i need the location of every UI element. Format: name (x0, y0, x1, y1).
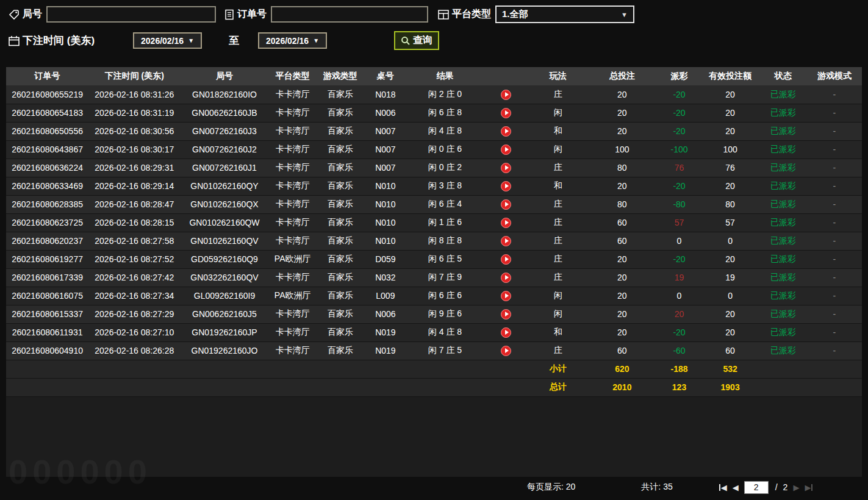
play-video-button[interactable] (501, 126, 511, 137)
play-icon (505, 312, 509, 316)
cell-order-no: 260216080604910 (6, 341, 88, 360)
cell-table-no: D059 (364, 250, 407, 268)
play-video-button[interactable] (501, 291, 511, 301)
cell-status: 已派彩 (759, 140, 807, 159)
cell-result: 闲 0 庄 6 (407, 140, 483, 159)
order-number-input[interactable] (271, 6, 428, 23)
cell-round-no: GN007262160J1 (180, 159, 268, 177)
play-icon (505, 147, 509, 152)
bet-time-label: 下注时间 (美东) (23, 34, 95, 48)
play-video-button[interactable] (501, 90, 511, 100)
table-row: 2602160806192772026-02-16 08:27:52GD0592… (6, 250, 862, 268)
platform-type-dropdown[interactable]: 1.全部 ▼ (495, 5, 634, 23)
cell-game-mode: - (807, 213, 862, 232)
next-page-button[interactable]: ▶ (793, 484, 799, 491)
last-page-icon: ▶ (805, 484, 811, 491)
play-video-button[interactable] (501, 346, 511, 356)
date-to-picker[interactable]: 2026/02/16 ▼ (258, 32, 327, 49)
col-header-game-mode: 游戏模式 (807, 67, 862, 85)
cell-round-no: GN007262160J2 (180, 140, 268, 159)
cell-result: 闲 0 庄 2 (407, 159, 483, 177)
cell-total-bet: 20 (587, 323, 657, 341)
cell-table-no: N019 (364, 341, 407, 360)
cell-order-no: 260216080616075 (6, 287, 88, 305)
cell-game-mode: - (807, 268, 862, 287)
cell-play-method: 庄 (529, 85, 587, 104)
date-from-picker[interactable]: 2026/02/16 ▼ (133, 32, 202, 49)
cell-game-type: 百家乐 (317, 213, 364, 232)
cell-game-mode: - (807, 250, 862, 268)
cell-status: 已派彩 (759, 305, 807, 323)
round-number-input[interactable] (46, 6, 216, 23)
cell-status: 已派彩 (759, 122, 807, 140)
play-icon (505, 165, 509, 170)
play-video-button[interactable] (501, 181, 511, 191)
cell-payout: -20 (657, 323, 701, 341)
first-page-button[interactable]: ◀ (719, 484, 727, 491)
subtotal-row: 小计 620 -188 532 (6, 360, 862, 378)
cell-table-no: N007 (364, 159, 407, 177)
play-icon (505, 129, 509, 134)
cell-game-type: 百家乐 (317, 250, 364, 268)
prev-page-button[interactable]: ◀ (733, 484, 739, 491)
play-video-button[interactable] (501, 145, 511, 155)
cell-result: 闲 6 庄 5 (407, 250, 483, 268)
cell-platform-type: 卡卡湾厅 (269, 268, 317, 287)
play-video-button[interactable] (501, 163, 511, 173)
play-video-button[interactable] (501, 254, 511, 265)
cell-status: 已派彩 (759, 232, 807, 250)
records-table: 订单号 下注时间 (美东) 局号 平台类型 游戏类型 桌号 结果 玩法 总投注 … (6, 67, 862, 397)
cell-play-method: 和 (529, 122, 587, 140)
cell-status: 已派彩 (759, 323, 807, 341)
cell-game-type: 百家乐 (317, 159, 364, 177)
query-button[interactable]: 查询 (394, 31, 439, 50)
cell-platform-type: 卡卡湾厅 (269, 159, 317, 177)
calendar-icon (9, 35, 20, 46)
cell-play-video (483, 177, 529, 195)
cell-play-method: 庄 (529, 213, 587, 232)
current-page-input[interactable]: 2 (744, 481, 769, 494)
order-number-label: 订单号 (237, 8, 267, 21)
cell-bet-time: 2026-02-16 08:28:47 (88, 195, 180, 213)
cell-order-no: 260216080655219 (6, 85, 88, 104)
cell-play-video (483, 305, 529, 323)
cell-game-mode: - (807, 305, 862, 323)
cell-table-no: N010 (364, 213, 407, 232)
cell-order-no: 260216080615337 (6, 305, 88, 323)
play-video-button[interactable] (501, 218, 511, 228)
next-page-icon: ▶ (793, 484, 799, 491)
cell-play-video (483, 323, 529, 341)
cell-total-bet: 20 (587, 268, 657, 287)
play-video-button[interactable] (501, 327, 511, 338)
play-video-button[interactable] (501, 108, 511, 118)
col-header-payout: 派彩 (657, 67, 701, 85)
cell-valid-bet: 80 (701, 195, 759, 213)
table-row: 2602160806438672026-02-16 08:30:17GN0072… (6, 140, 862, 159)
col-header-play-method: 玩法 (529, 67, 587, 85)
cell-result: 闲 4 庄 8 (407, 122, 483, 140)
cell-total-bet: 20 (587, 305, 657, 323)
cell-total-bet: 20 (587, 122, 657, 140)
filter-row-2: 下注时间 (美东) 2026/02/16 ▼ 至 2026/02/16 ▼ 查询 (0, 24, 868, 52)
cell-order-no: 260216080620237 (6, 232, 88, 250)
cell-result: 闲 9 庄 6 (407, 305, 483, 323)
cell-game-type: 百家乐 (317, 177, 364, 195)
play-video-button[interactable] (501, 236, 511, 246)
col-header-total-bet: 总投注 (587, 67, 657, 85)
table-footer: 每页显示: 20 共计: 35 ◀ ◀ 2 / 2 ▶ ▶ (0, 477, 868, 498)
last-page-button[interactable]: ▶ (805, 484, 812, 491)
cell-play-video (483, 268, 529, 287)
play-video-button[interactable] (501, 273, 511, 283)
table-body: 2602160806552192026-02-16 08:31:26GN0182… (6, 85, 862, 360)
cell-bet-time: 2026-02-16 08:27:34 (88, 287, 180, 305)
per-page-display: 每页显示: 20 (527, 482, 575, 493)
cell-payout: 76 (657, 159, 701, 177)
cell-game-mode: - (807, 104, 862, 122)
cell-round-no: GN019262160JO (180, 341, 268, 360)
play-video-button[interactable] (501, 199, 511, 210)
cell-valid-bet: 20 (701, 85, 759, 104)
cell-bet-time: 2026-02-16 08:27:58 (88, 232, 180, 250)
cell-round-no: GD059262160Q9 (180, 250, 268, 268)
play-video-button[interactable] (501, 309, 511, 320)
cell-order-no: 260216080617339 (6, 268, 88, 287)
